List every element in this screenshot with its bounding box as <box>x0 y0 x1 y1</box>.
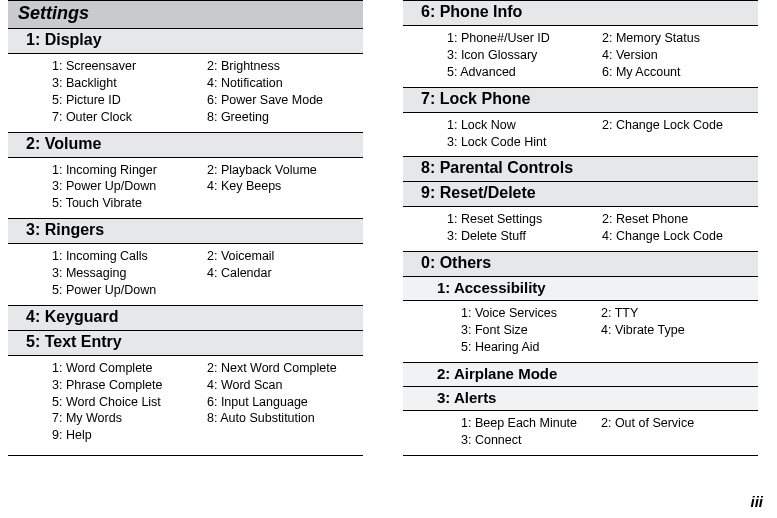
sub-alerts: 3: Alerts <box>403 387 758 411</box>
item: 8: Greeting <box>207 109 363 126</box>
ringers-items: 1: Incoming Calls 2: Voicemail 3: Messag… <box>8 244 363 306</box>
item <box>207 427 363 444</box>
item: 3: Icon Glossary <box>447 47 602 64</box>
item: 2: Reset Phone <box>602 211 758 228</box>
section-keyguard: 4: Keyguard <box>8 306 363 331</box>
item: 1: Lock Now <box>447 117 602 134</box>
item: 2: Out of Service <box>601 415 758 432</box>
columns: Settings 1: Display 1: Screensaver 2: Br… <box>0 0 777 456</box>
section-ringers: 3: Ringers <box>8 219 363 244</box>
page-number: iii <box>750 493 763 510</box>
text-entry-items: 1: Word Complete 2: Next Word Complete 3… <box>8 356 363 450</box>
settings-title: Settings <box>8 1 363 29</box>
item: 2: Brightness <box>207 58 363 75</box>
section-volume: 2: Volume <box>8 133 363 158</box>
item: 2: Change Lock Code <box>602 117 758 134</box>
item: 4: Key Beeps <box>207 178 363 195</box>
item: 5: Power Up/Down <box>52 282 207 299</box>
item <box>601 339 758 356</box>
item <box>207 195 363 212</box>
item <box>602 134 758 151</box>
section-text-entry: 5: Text Entry <box>8 331 363 356</box>
item <box>207 282 363 299</box>
item: 7: Outer Clock <box>52 109 207 126</box>
lock-phone-items: 1: Lock Now 2: Change Lock Code 3: Lock … <box>403 113 758 158</box>
reset-delete-items: 1: Reset Settings 2: Reset Phone 3: Dele… <box>403 207 758 252</box>
sub-accessibility: 1: Accessibility <box>403 277 758 301</box>
section-lock-phone: 7: Lock Phone <box>403 88 758 113</box>
item: 1: Incoming Calls <box>52 248 207 265</box>
section-reset-delete: 9: Reset/Delete <box>403 182 758 207</box>
item: 2: Playback Volume <box>207 162 363 179</box>
alerts-items: 1: Beep Each Minute 2: Out of Service 3:… <box>403 411 758 455</box>
item: 8: Auto Substitution <box>207 410 363 427</box>
item: 9: Help <box>52 427 207 444</box>
phone-info-items: 1: Phone#/User ID 2: Memory Status 3: Ic… <box>403 26 758 88</box>
item: 4: Version <box>602 47 758 64</box>
item: 3: Phrase Complete <box>52 377 207 394</box>
item: 3: Power Up/Down <box>52 178 207 195</box>
item: 4: Calendar <box>207 265 363 282</box>
item: 6: Power Save Mode <box>207 92 363 109</box>
display-items: 1: Screensaver 2: Brightness 3: Backligh… <box>8 54 363 133</box>
volume-items: 1: Incoming Ringer 2: Playback Volume 3:… <box>8 158 363 220</box>
item: 6: Input Language <box>207 394 363 411</box>
section-display: 1: Display <box>8 29 363 54</box>
item: 5: Word Choice List <box>52 394 207 411</box>
item: 3: Font Size <box>461 322 601 339</box>
item: 1: Beep Each Minute <box>461 415 601 432</box>
sub-airplane-mode: 2: Airplane Mode <box>403 363 758 387</box>
item: 5: Touch Vibrate <box>52 195 207 212</box>
item: 1: Screensaver <box>52 58 207 75</box>
item: 4: Notification <box>207 75 363 92</box>
item: 1: Reset Settings <box>447 211 602 228</box>
right-column: 6: Phone Info 1: Phone#/User ID 2: Memor… <box>403 0 758 456</box>
item: 4: Word Scan <box>207 377 363 394</box>
item: 2: Next Word Complete <box>207 360 363 377</box>
item: 5: Hearing Aid <box>461 339 601 356</box>
item: 3: Messaging <box>52 265 207 282</box>
item: 5: Picture ID <box>52 92 207 109</box>
item: 3: Backlight <box>52 75 207 92</box>
accessibility-items: 1: Voice Services 2: TTY 3: Font Size 4:… <box>403 301 758 363</box>
item: 1: Incoming Ringer <box>52 162 207 179</box>
item: 1: Phone#/User ID <box>447 30 602 47</box>
section-others: 0: Others <box>403 252 758 277</box>
item: 3: Delete Stuff <box>447 228 602 245</box>
item: 1: Word Complete <box>52 360 207 377</box>
section-parental-controls: 8: Parental Controls <box>403 157 758 182</box>
item: 4: Vibrate Type <box>601 322 758 339</box>
item: 3: Connect <box>461 432 601 449</box>
item: 2: Voicemail <box>207 248 363 265</box>
item: 5: Advanced <box>447 64 602 81</box>
item: 4: Change Lock Code <box>602 228 758 245</box>
item: 3: Lock Code Hint <box>447 134 602 151</box>
left-column: Settings 1: Display 1: Screensaver 2: Br… <box>8 0 363 456</box>
item: 2: Memory Status <box>602 30 758 47</box>
item: 2: TTY <box>601 305 758 322</box>
item: 1: Voice Services <box>461 305 601 322</box>
item: 6: My Account <box>602 64 758 81</box>
item <box>601 432 758 449</box>
section-phone-info: 6: Phone Info <box>403 1 758 26</box>
item: 7: My Words <box>52 410 207 427</box>
